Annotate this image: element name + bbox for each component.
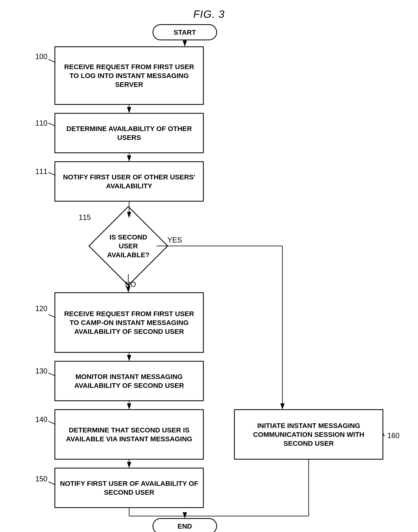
label-111: 111	[35, 167, 47, 176]
box-111: NOTIFY FIRST USER OF OTHER USERS' AVAILA…	[55, 161, 204, 202]
label-150: 150	[35, 475, 47, 483]
diagram-container: FIG. 3 START 100 RECEIVE REQUEST FROM FI…	[0, 0, 418, 532]
box-100: RECEIVE REQUEST FROM FIRST USER TO LOG I…	[55, 46, 204, 105]
label-120: 120	[35, 304, 47, 313]
label-115: 115	[79, 213, 91, 222]
label-100: 100	[35, 52, 47, 61]
fig-title: FIG. 3	[193, 8, 225, 20]
svg-line-23	[383, 433, 384, 436]
box-130: MONITOR INSTANT MESSAGING AVAILABILITY O…	[55, 361, 204, 401]
label-140: 140	[35, 415, 47, 424]
end-node: END	[152, 518, 217, 532]
box-110: DETERMINE AVAILABILITY OF OTHER USERS	[55, 113, 204, 153]
box-150: NOTIFY FIRST USER OF AVAILABILITY OF SEC…	[55, 468, 204, 508]
yes-label: YES	[167, 236, 182, 244]
diamond-115: IS SECOND USER AVAILABLE?	[100, 218, 157, 274]
box-120: RECEIVE REQUEST FROM FIRST USER TO CAMP-…	[55, 292, 204, 353]
no-label: NO	[125, 280, 136, 289]
box-140: DETERMINE THAT SECOND USER IS AVAILABLE …	[55, 409, 204, 460]
box-160: INITIATE INSTANT MESSAGING COMMUNICATION…	[234, 409, 383, 460]
label-110: 110	[35, 119, 47, 127]
label-130: 130	[35, 367, 47, 375]
label-160: 160	[387, 432, 399, 440]
start-node: START	[152, 24, 217, 40]
